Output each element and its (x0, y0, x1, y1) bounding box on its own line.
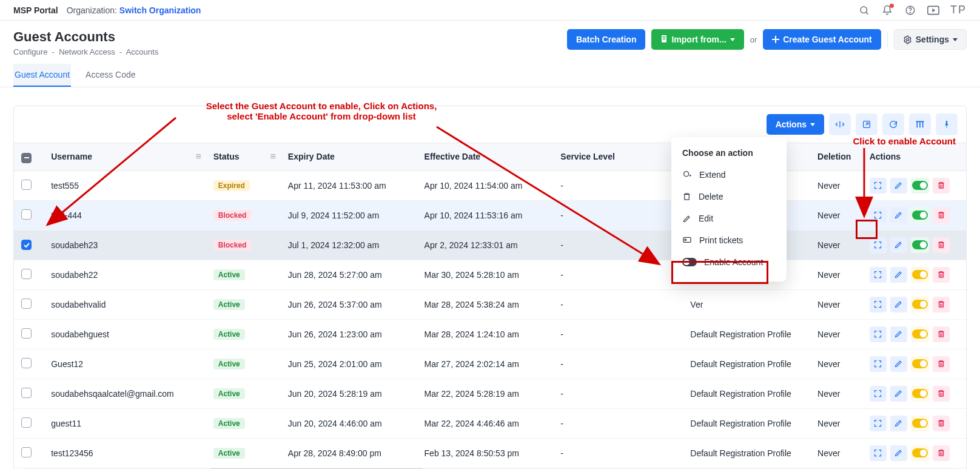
page-title: Guest Accounts (13, 29, 158, 45)
delete-icon[interactable] (933, 208, 950, 223)
delete-icon[interactable] (933, 297, 950, 312)
batch-creation-button[interactable]: Batch Creation (567, 29, 646, 50)
col-username: Username (51, 152, 92, 161)
expand-icon[interactable] (870, 267, 887, 283)
enable-toggle[interactable] (911, 386, 929, 402)
enable-toggle[interactable] (911, 416, 929, 431)
crumb-network-access[interactable]: Network Access (59, 47, 115, 56)
table-card: Actions Username (13, 106, 967, 469)
svg-rect-9 (663, 39, 666, 39)
cell-service: - (553, 200, 683, 230)
svg-rect-53 (939, 451, 943, 456)
edit-icon[interactable] (890, 386, 907, 402)
refresh-icon[interactable] (882, 113, 904, 135)
delete-icon[interactable] (933, 237, 950, 253)
row-checkbox[interactable] (21, 180, 32, 190)
enable-toggle[interactable] (911, 208, 929, 223)
notification-bell-icon[interactable] (881, 4, 893, 16)
col-expiry: Expiry Date (288, 152, 335, 161)
dropdown-enable-account[interactable]: Enable Account (671, 251, 787, 273)
enable-toggle[interactable] (911, 267, 929, 283)
cell-username: test555 (44, 170, 206, 200)
expand-icon[interactable] (870, 386, 887, 402)
help-icon[interactable] (904, 4, 916, 16)
dropdown-print-tickets[interactable]: Print tickets (671, 229, 787, 251)
expand-icon[interactable] (870, 237, 887, 253)
expand-icon[interactable] (870, 297, 887, 312)
edit-icon[interactable] (890, 237, 907, 253)
expand-icon[interactable] (870, 178, 887, 194)
edit-icon[interactable] (890, 297, 907, 312)
page-header: Guest Accounts Configure - Network Acces… (0, 21, 980, 62)
org-label: Organization: (67, 5, 117, 15)
pin-icon[interactable] (936, 113, 958, 135)
crumb-configure[interactable]: Configure (13, 47, 47, 56)
enable-toggle[interactable] (911, 237, 929, 253)
import-from-label: Import from... (671, 35, 726, 44)
dropdown-edit[interactable]: Edit (671, 208, 787, 229)
col-menu-icon[interactable]: ≡ (195, 151, 201, 162)
cell-deletion: Never (810, 408, 862, 438)
delete-icon[interactable] (933, 178, 950, 194)
delete-icon[interactable] (933, 267, 950, 283)
row-checkbox[interactable] (21, 388, 32, 398)
columns-icon[interactable] (909, 113, 931, 135)
video-icon[interactable] (927, 4, 939, 16)
tab-guest-account[interactable]: Guest Account (13, 64, 71, 87)
row-checkbox[interactable] (21, 328, 32, 339)
import-from-button[interactable]: Import from... (651, 29, 743, 50)
settings-button[interactable]: Settings (894, 29, 967, 50)
fit-columns-icon[interactable] (829, 113, 851, 135)
svg-marker-5 (932, 8, 935, 12)
create-guest-account-button[interactable]: Create Guest Account (763, 29, 881, 50)
expand-icon[interactable] (870, 445, 887, 461)
row-checkbox[interactable] (21, 240, 32, 250)
expand-icon[interactable] (870, 416, 887, 431)
delete-icon[interactable] (933, 326, 950, 342)
cell-deletion: Never (810, 379, 862, 408)
enable-toggle[interactable] (911, 356, 929, 372)
table-row: Guest12ActiveJun 25, 2024 2:01:00 amMar … (14, 349, 966, 379)
row-checkbox[interactable] (21, 299, 32, 309)
edit-icon[interactable] (890, 208, 907, 223)
row-checkbox[interactable] (21, 209, 32, 220)
actions-label: Actions (776, 120, 807, 129)
col-menu-icon[interactable]: ≡ (270, 151, 275, 162)
topbar: MSP Portal Organization: Switch Organiza… (0, 0, 980, 21)
tab-access-code[interactable]: Access Code (84, 64, 136, 87)
enable-toggle[interactable] (911, 326, 929, 342)
dropdown-delete-label: Delete (699, 192, 723, 201)
row-checkbox[interactable] (21, 447, 32, 457)
delete-icon[interactable] (933, 386, 950, 402)
crumb-accounts[interactable]: Accounts (126, 47, 158, 56)
enable-toggle[interactable] (911, 445, 929, 461)
edit-icon[interactable] (890, 416, 907, 431)
select-all-checkbox[interactable] (21, 153, 32, 163)
enable-toggle[interactable] (911, 297, 929, 312)
edit-icon[interactable] (890, 178, 907, 194)
svg-rect-29 (939, 213, 943, 218)
enable-toggle[interactable] (911, 178, 929, 194)
dropdown-delete[interactable]: Delete (671, 186, 787, 208)
dropdown-extend[interactable]: Extend (671, 164, 787, 186)
switch-org-link[interactable]: Switch Organization (119, 5, 201, 15)
delete-icon[interactable] (933, 356, 950, 372)
expand-icon[interactable] (870, 326, 887, 342)
expand-icon[interactable] (870, 356, 887, 372)
delete-icon[interactable] (933, 445, 950, 461)
user-avatar[interactable]: TP (950, 4, 967, 16)
search-icon[interactable] (858, 4, 870, 16)
status-badge: Active (213, 388, 245, 399)
edit-icon[interactable] (890, 356, 907, 372)
export-icon[interactable] (856, 113, 878, 135)
row-checkbox[interactable] (21, 358, 32, 368)
edit-icon[interactable] (890, 326, 907, 342)
actions-dropdown-button[interactable]: Actions (767, 114, 824, 135)
row-checkbox[interactable] (21, 269, 32, 279)
expand-icon[interactable] (870, 208, 887, 223)
edit-icon[interactable] (890, 445, 907, 461)
edit-icon[interactable] (890, 267, 907, 283)
row-checkbox[interactable] (21, 417, 32, 428)
svg-rect-7 (663, 36, 666, 37)
delete-icon[interactable] (933, 416, 950, 431)
